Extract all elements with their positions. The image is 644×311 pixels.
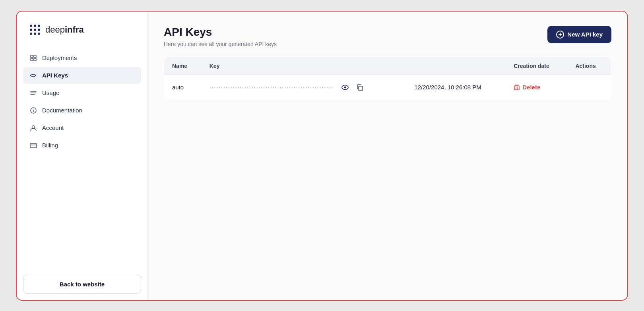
svg-rect-25 (514, 86, 519, 90)
reveal-key-button[interactable] (340, 82, 350, 93)
page-subtitle: Here you can see all your generated API … (164, 41, 277, 47)
deployments-icon (29, 54, 37, 62)
sidebar-item-deployments[interactable]: Deployments (23, 50, 141, 66)
back-to-website-button[interactable]: Back to website (23, 275, 141, 294)
sidebar-item-deployments-label: Deployments (42, 54, 77, 61)
copy-icon (356, 83, 364, 91)
svg-rect-20 (30, 143, 37, 148)
key-cell: ········································… (209, 82, 399, 93)
plus-circle-icon: + (556, 31, 564, 39)
main-content: API Keys Here you can see all your gener… (148, 12, 627, 300)
svg-point-5 (38, 29, 40, 31)
svg-point-0 (30, 25, 32, 27)
sidebar-item-api-keys-label: API Keys (42, 72, 68, 79)
billing-icon (29, 141, 37, 149)
content-header: API Keys Here you can see all your gener… (148, 12, 627, 57)
col-name: Name (164, 57, 202, 75)
table-row: auto ···································… (164, 75, 611, 100)
new-api-key-button[interactable]: + New API key (547, 26, 611, 43)
sidebar-item-documentation[interactable]: i Documentation (23, 102, 141, 119)
logo-area: deepinfra (17, 12, 147, 46)
svg-rect-9 (31, 55, 33, 58)
svg-point-2 (38, 25, 40, 27)
svg-text:<>: <> (30, 72, 36, 79)
account-icon (29, 124, 37, 132)
sidebar-item-documentation-label: Documentation (42, 107, 82, 114)
col-key: Key (202, 57, 506, 75)
svg-text:i: i (33, 108, 34, 113)
svg-rect-11 (31, 58, 33, 61)
svg-point-1 (34, 25, 36, 27)
app-container: deepinfra Deployments (16, 11, 628, 301)
sidebar-item-account-label: Account (42, 124, 64, 131)
row-name: auto (164, 75, 202, 100)
svg-point-4 (34, 29, 36, 31)
delete-key-button[interactable]: Delete (514, 84, 540, 91)
table-body: auto ···································… (164, 75, 611, 100)
row-creation-date: 12/20/2024, 10:26:08 PM (406, 75, 506, 100)
col-actions: Actions (567, 57, 611, 75)
logo-icon (28, 23, 42, 37)
delete-label: Delete (522, 84, 540, 91)
table-header-row: Name Key Creation date Actions (164, 57, 611, 75)
sidebar-item-billing[interactable]: Billing (23, 137, 141, 154)
nav-list: Deployments <> API Keys (17, 46, 147, 269)
svg-rect-24 (359, 86, 363, 91)
table-wrapper: Name Key Creation date Actions auto ····… (148, 57, 627, 300)
key-inline-actions (340, 82, 365, 93)
eye-icon (341, 83, 349, 92)
logo-text: deepinfra (45, 25, 84, 35)
table-header: Name Key Creation date Actions (164, 57, 611, 75)
sidebar-item-api-keys[interactable]: <> API Keys (23, 67, 141, 84)
documentation-icon: i (29, 106, 37, 114)
sidebar-item-account[interactable]: Account (23, 120, 141, 136)
col-creation-date: Creation date (506, 57, 567, 75)
sidebar: deepinfra Deployments (17, 12, 148, 300)
page-title-area: API Keys Here you can see all your gener… (164, 26, 277, 47)
svg-rect-12 (34, 58, 36, 61)
sidebar-item-billing-label: Billing (42, 142, 58, 149)
svg-point-3 (30, 29, 32, 31)
svg-point-8 (38, 33, 40, 35)
sidebar-item-usage[interactable]: Usage (23, 85, 141, 101)
key-dots: ········································… (209, 84, 334, 91)
trash-icon (514, 84, 520, 91)
row-key-cell: ········································… (202, 75, 407, 100)
new-api-key-label: New API key (567, 31, 603, 38)
svg-rect-10 (34, 55, 36, 58)
api-keys-icon: <> (29, 71, 37, 79)
usage-icon (29, 89, 37, 97)
row-actions: Delete (506, 75, 567, 100)
svg-point-23 (344, 86, 346, 88)
svg-point-6 (30, 33, 32, 35)
page-title: API Keys (164, 26, 277, 39)
copy-key-button[interactable] (355, 83, 365, 92)
svg-point-7 (34, 33, 36, 35)
api-keys-table: Name Key Creation date Actions auto ····… (164, 57, 611, 100)
sidebar-item-usage-label: Usage (42, 89, 59, 96)
